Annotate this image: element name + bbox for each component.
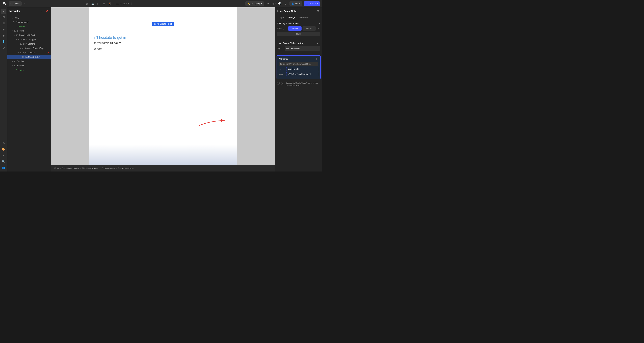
ticket-settings-toggle[interactable]: ▾	[317, 42, 318, 44]
toggle-section1[interactable]: ▾	[12, 30, 14, 32]
panel-tabs: Style Settings Interactions	[275, 15, 322, 20]
attr-existing[interactable]: ticketFormID = isVJeKga71aaI9bNg...	[279, 62, 318, 66]
toggle-section2[interactable]: ▶	[12, 60, 14, 62]
tree-item-body[interactable]: ☐ Body	[8, 15, 51, 20]
section1-icon: ☐	[14, 29, 16, 32]
toggle-footer[interactable]	[13, 69, 15, 71]
tag-row: Tag ab-create-ticket	[277, 46, 320, 51]
breadcrumb-split-content[interactable]: ☐ Split Content	[100, 167, 116, 170]
share-button[interactable]: 👤 Share	[290, 1, 302, 6]
toggle-section3[interactable]: ▶	[12, 64, 14, 67]
tablet-sm-btn[interactable]: ▭	[102, 1, 106, 6]
toggle-contact-top[interactable]: ▶	[20, 47, 22, 49]
attr-value-input[interactable]	[286, 72, 318, 76]
tree-item-footer[interactable]: ⬡ Footer	[8, 68, 51, 72]
attr-add-btn[interactable]: +	[315, 57, 318, 61]
sidebar-add-btn[interactable]: +	[1, 9, 6, 14]
toggle-contact-wrapper[interactable]: ▾	[16, 38, 18, 41]
tab-settings[interactable]: Settings	[286, 15, 297, 20]
topbar: W ☐ Contact ··· 🖥 💻 ⬚ ▭ 📱 992 PX 99.4 % …	[0, 0, 322, 7]
nav-pin-btn[interactable]: 📌	[45, 9, 49, 13]
sidebar-drops-btn[interactable]: 💧	[1, 39, 6, 44]
nav-close-btn[interactable]: ✕	[40, 9, 44, 13]
play-btn[interactable]: ▷	[284, 1, 288, 6]
tab-interactions[interactable]: Interactions	[297, 15, 312, 20]
toggle-body[interactable]	[9, 16, 11, 19]
toggle-header[interactable]	[13, 25, 15, 28]
toggle-container[interactable]: ▾	[14, 34, 16, 36]
split2-label: Split Content	[23, 51, 47, 54]
breadcrumb-contact-wrapper[interactable]: ☐ Contact Wrapper	[81, 167, 100, 170]
mode-selector[interactable]: ✏️ Designing ▾	[245, 1, 264, 6]
sidebar-search-btn[interactable]: 🔍	[1, 159, 6, 164]
publish-button[interactable]: ☁ Publish ▾	[304, 1, 320, 6]
navigator-header: Navigator ✕ 📌	[8, 7, 51, 15]
tree-item-header[interactable]: ⬡ Header	[8, 24, 51, 29]
visibility-hidden-btn[interactable]: Hidden	[302, 26, 316, 31]
tree-item-split-content2[interactable]: ▾ ☐ Split Content 📌	[8, 50, 51, 55]
visibility-none-btn[interactable]: None	[277, 32, 320, 36]
visibility-add-btn[interactable]: +	[317, 27, 320, 30]
canvas-area: ☑ Ab Create Ticket n't hesitate to get i…	[51, 7, 275, 171]
mode-icon: ✏️	[247, 2, 250, 5]
header-icon: ⬡	[15, 25, 18, 28]
visibility-toggle[interactable]: ▾	[319, 22, 320, 25]
toggle-split1[interactable]: ▾	[18, 43, 20, 45]
sidebar-menu-btn[interactable]: ☰	[1, 21, 6, 26]
comment-btn[interactable]: 💬	[278, 1, 282, 6]
toggle-page-wrapper[interactable]: ▾	[10, 21, 12, 23]
section2-icon: ☐	[14, 60, 16, 63]
desktop-btn[interactable]: 🖥	[84, 1, 89, 6]
ab-label-text: Ab Create Ticket	[157, 23, 172, 25]
tree-item-contact-wrapper[interactable]: ▾ ☐ Contact Wrapper	[8, 37, 51, 42]
attr-name-input[interactable]	[286, 67, 318, 71]
page-email: e.com	[94, 47, 232, 51]
sidebar-settings-btn[interactable]: ⚙	[1, 141, 6, 146]
code-btn[interactable]: </>	[271, 1, 276, 6]
ticket-settings-section: Ab Create Ticket settings ▾ Tag ab-creat…	[275, 38, 322, 54]
split2-icon: ☐	[20, 51, 22, 54]
canvas-wrapper[interactable]: ☑ Ab Create Ticket n't hesitate to get i…	[51, 7, 275, 165]
breadcrumb-container-label: Container Default	[64, 167, 79, 169]
sidebar-assets-btn[interactable]: ◈	[1, 33, 6, 38]
tag-value[interactable]: ab-create-ticket	[284, 46, 320, 51]
tree-item-section1[interactable]: ▾ ☐ Section	[8, 29, 51, 33]
breadcrumb-container[interactable]: ☐ Container Default	[61, 167, 80, 170]
tree-item-ab-create-ticket[interactable]: ☑ Ab Create Ticket	[8, 55, 51, 59]
page-text-area: n't hesitate to get in to you within 48 …	[89, 32, 237, 54]
panel-extra-btn[interactable]: ⊞	[316, 9, 320, 13]
breadcrumb-ab-ticket[interactable]: ☑ Ab Create Ticket	[117, 167, 135, 170]
breadcrumb-section[interactable]: ☐ on	[53, 167, 60, 170]
tree-item-section2[interactable]: ▶ ☐ Section	[8, 59, 51, 63]
visibility-visible-btn[interactable]: Visible	[288, 26, 302, 31]
page-text-end: .	[121, 41, 122, 44]
tablet-btn[interactable]: ⬚	[96, 1, 100, 6]
mobile-btn[interactable]: 📱	[107, 1, 112, 6]
section2-label: Section	[17, 60, 50, 62]
laptop-btn[interactable]: 💻	[90, 1, 95, 6]
attributes-section: Attributes + ticketFormID = isVJeKga71aa…	[276, 55, 321, 79]
header-label: Header	[18, 25, 50, 28]
toggle-split2[interactable]: ▾	[18, 51, 20, 54]
exclude-checkbox[interactable]	[277, 82, 280, 84]
tree-item-contact-content-top[interactable]: ▶ ☐ Contact Content Top	[8, 46, 51, 50]
sidebar-pages-btn[interactable]: ☐	[1, 15, 6, 20]
body-icon: ☐	[11, 16, 14, 19]
sidebar-layers-btn[interactable]: ⊞	[1, 27, 6, 32]
current-tab[interactable]: ☐ Contact	[9, 1, 22, 6]
tree-item-page-wrapper[interactable]: ▾ ☐ Page Wrapper	[8, 20, 51, 24]
toggle-ab-ticket[interactable]	[20, 56, 22, 58]
tree-item-container-default[interactable]: ▾ ☐ Container Default	[8, 33, 51, 37]
sidebar-check-btn[interactable]: ✓	[1, 153, 6, 158]
page-text-line1: n't hesitate to get in	[94, 35, 232, 40]
tab-style[interactable]: Style	[277, 15, 286, 20]
container-label: Container Default	[19, 34, 50, 36]
attr-header: Attributes +	[279, 57, 318, 61]
more-dots[interactable]: ···	[23, 2, 27, 5]
sidebar-people-btn[interactable]: 👥	[1, 165, 6, 170]
tree-item-section3[interactable]: ▶ ☐ Section	[8, 63, 51, 68]
undo-btn[interactable]: ↩	[265, 1, 270, 6]
sidebar-paint-btn[interactable]: 🎨	[1, 147, 6, 152]
tree-item-split-content1[interactable]: ▾ ☐ Split Content	[8, 42, 51, 46]
sidebar-components-btn[interactable]: ⬡	[1, 45, 6, 50]
